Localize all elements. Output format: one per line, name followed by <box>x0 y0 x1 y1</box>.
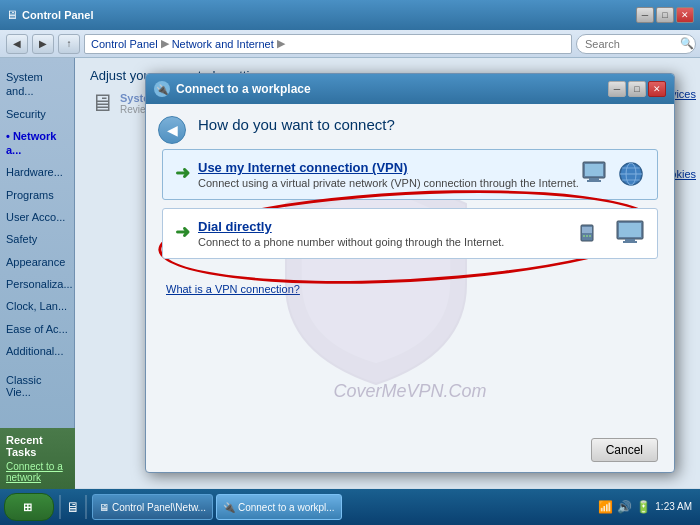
sidebar-item-ease[interactable]: Ease of Ac... <box>0 318 74 340</box>
sidebar-item-clock[interactable]: Clock, Lan... <box>0 295 74 317</box>
tray-network-icon[interactable]: 📶 <box>598 500 613 514</box>
svg-rect-2 <box>589 178 599 180</box>
watermark-text: CoverMeVPN.Com <box>333 381 486 402</box>
vpn-link[interactable]: What is a VPN connection? <box>166 283 300 295</box>
tray-clock[interactable]: 1:23 AM <box>655 501 692 513</box>
breadcrumb-sep1: ▶ <box>161 37 169 50</box>
dialog-maximize-button[interactable]: □ <box>628 81 646 97</box>
tray-battery-icon[interactable]: 🔋 <box>636 500 651 514</box>
vpn-arrow-icon: ➜ <box>175 162 190 184</box>
connect-taskbar-label: Connect to a workpl... <box>238 502 335 513</box>
cp-window-icon: 🖥 <box>6 8 18 22</box>
sidebar-item-network[interactable]: Network a... <box>0 125 74 162</box>
cp-addressbar: ◀ ▶ ↑ Control Panel ▶ Network and Intern… <box>0 30 700 58</box>
svg-rect-10 <box>582 227 592 233</box>
start-button[interactable]: ⊞ <box>4 493 54 521</box>
taskbar-divider1 <box>59 495 61 519</box>
cp-content: Adjust your computer's settings 🖥 System… <box>75 58 700 488</box>
up-button[interactable]: ↑ <box>58 34 80 54</box>
sidebar-item-appearance[interactable]: Appearance <box>0 251 74 273</box>
close-button[interactable]: ✕ <box>676 7 694 23</box>
recent-tasks-panel: Recent Tasks Connect to a network <box>0 428 75 489</box>
cp-titlebar: 🖥 Control Panel ─ □ ✕ <box>0 0 700 30</box>
system-icon: 🖥 <box>90 89 114 117</box>
dial-option-text: Dial directly Connect to a phone number … <box>198 219 504 248</box>
cancel-button[interactable]: Cancel <box>591 438 658 462</box>
recent-tasks-title: Recent Tasks <box>6 434 69 458</box>
classic-view[interactable]: Classic Vie... <box>0 370 74 402</box>
network-devices-icon <box>615 219 645 247</box>
forward-button[interactable]: ▶ <box>32 34 54 54</box>
vpn-link-container: What is a VPN connection? <box>166 271 658 296</box>
vpn-option[interactable]: ➜ Use my Internet connection (VPN) Conne… <box>162 149 658 200</box>
globe-icon <box>617 160 645 188</box>
taskbar: ⊞ 🖥 🖥 Control Panel\Netw... 🔌 Connect to… <box>0 489 700 525</box>
dial-option-icons <box>579 219 645 247</box>
titlebar-left: 🖥 Control Panel <box>6 8 94 22</box>
breadcrumb-cp[interactable]: Control Panel <box>91 38 158 50</box>
cp-taskbar-label: Control Panel\Netw... <box>112 502 206 513</box>
sidebar-item-safety[interactable]: Safety <box>0 228 74 250</box>
dialog-heading: How do you want to connect? <box>198 116 658 133</box>
dialog-titlebar: 🔌 Connect to a workplace ─ □ ✕ <box>146 74 674 104</box>
sidebar-item-additional[interactable]: Additional... <box>0 340 74 362</box>
search-icon[interactable]: 🔍 <box>680 37 694 50</box>
vpn-option-title[interactable]: Use my Internet connection (VPN) <box>198 160 579 175</box>
connect-network-link[interactable]: Connect to a network <box>6 461 69 483</box>
search-input[interactable] <box>576 34 696 54</box>
system-tray: 📶 🔊 🔋 1:23 AM <box>598 500 696 514</box>
computer-icon <box>581 160 611 188</box>
dialog-title: Connect to a workplace <box>176 82 311 96</box>
sidebar-item-programs[interactable]: Programs <box>0 184 74 206</box>
dialog-titlebar-left: 🔌 Connect to a workplace <box>154 81 311 97</box>
dial-option-desc: Connect to a phone number without going … <box>198 236 504 248</box>
vpn-option-icons <box>581 160 645 188</box>
modem-icon <box>579 219 609 247</box>
vpn-option-text: Use my Internet connection (VPN) Connect… <box>198 160 579 189</box>
dialog-minimize-button[interactable]: ─ <box>608 81 626 97</box>
svg-point-11 <box>583 235 585 237</box>
sidebar-item-hardware[interactable]: Hardware... <box>0 161 74 183</box>
dialog-titlebar-buttons: ─ □ ✕ <box>608 81 666 97</box>
vpn-option-desc: Connect using a virtual private network … <box>198 177 579 189</box>
svg-rect-3 <box>587 180 601 182</box>
maximize-button[interactable]: □ <box>656 7 674 23</box>
control-panel-window: 🖥 Control Panel ─ □ ✕ ◀ ▶ ↑ Control Pane… <box>0 0 700 525</box>
titlebar-buttons: ─ □ ✕ <box>636 7 694 23</box>
minimize-button[interactable]: ─ <box>636 7 654 23</box>
dialog-icon: 🔌 <box>154 81 170 97</box>
svg-rect-1 <box>585 164 603 176</box>
dialog-back-button[interactable]: ◀ <box>158 116 186 144</box>
breadcrumb-network[interactable]: Network and Internet <box>172 38 274 50</box>
dial-option-title[interactable]: Dial directly <box>198 219 504 234</box>
sidebar-item-security[interactable]: Security <box>0 103 74 125</box>
cp-sidebar: System and... Security Network a... Hard… <box>0 58 75 488</box>
sidebar-item-system[interactable]: System and... <box>0 66 74 103</box>
taskbar-item-control-panel[interactable]: 🖥 Control Panel\Netw... <box>92 494 213 520</box>
dial-arrow-icon: ➜ <box>175 221 190 243</box>
tray-volume-icon[interactable]: 🔊 <box>617 500 632 514</box>
sidebar-item-user[interactable]: User Acco... <box>0 206 74 228</box>
cp-main: System and... Security Network a... Hard… <box>0 58 700 488</box>
svg-point-12 <box>586 235 588 237</box>
cp-taskbar-icon: 🖥 <box>99 502 109 513</box>
dialog-body: ◀ How do you want to connect? ➜ Use my I… <box>146 104 674 472</box>
back-button[interactable]: ◀ <box>6 34 28 54</box>
svg-rect-17 <box>623 241 637 243</box>
cp-titlebar-title: Control Panel <box>22 9 94 21</box>
taskbar-item-connect[interactable]: 🔌 Connect to a workpl... <box>216 494 342 520</box>
taskbar-divider2 <box>85 495 87 519</box>
dialog-connect-workplace: 🔌 Connect to a workplace ─ □ ✕ ◀ How do … <box>145 73 675 473</box>
dialog-footer: Cancel <box>591 438 658 462</box>
windows-logo-icon: ⊞ <box>23 501 32 514</box>
dial-option[interactable]: ➜ Dial directly Connect to a phone numbe… <box>162 208 658 259</box>
breadcrumb[interactable]: Control Panel ▶ Network and Internet ▶ <box>84 34 572 54</box>
sidebar-item-personalization[interactable]: Personaliza... <box>0 273 74 295</box>
svg-rect-15 <box>619 223 641 237</box>
connect-taskbar-icon: 🔌 <box>223 502 235 513</box>
show-desktop-icon[interactable]: 🖥 <box>66 499 80 515</box>
breadcrumb-sep2: ▶ <box>277 37 285 50</box>
dialog-close-button[interactable]: ✕ <box>648 81 666 97</box>
svg-rect-16 <box>625 239 635 241</box>
svg-point-13 <box>589 235 591 237</box>
